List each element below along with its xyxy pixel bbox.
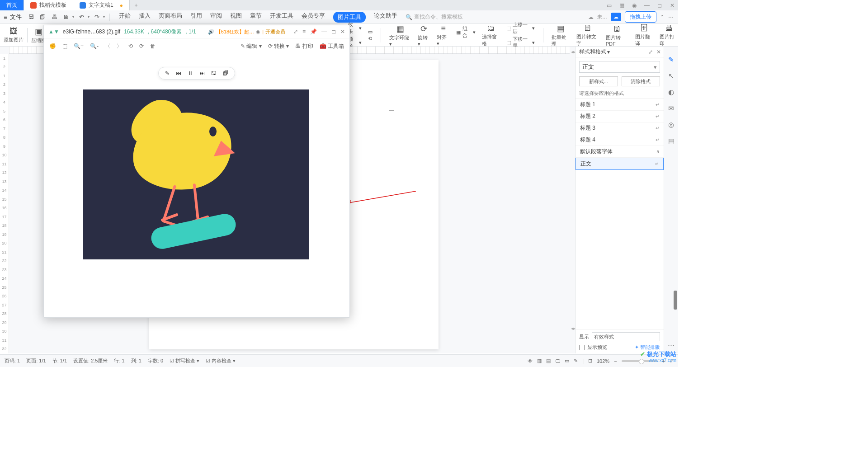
status-brush-icon[interactable]: ✎ — [574, 358, 578, 364]
iv-maximize-icon[interactable]: ◻ — [331, 28, 336, 35]
menu-start[interactable]: 开始 — [119, 12, 131, 23]
ribbon-align[interactable]: ≡对齐 ▾ — [437, 24, 450, 47]
save-icon[interactable]: 🖫 — [26, 13, 35, 22]
ribbon-pic-translate[interactable]: 🈂图片翻译 — [635, 24, 654, 47]
display-filter-select[interactable]: 有效样式 — [592, 332, 660, 341]
iv-edit2-icon[interactable]: ✎ — [165, 70, 170, 76]
side-book-icon[interactable]: ▤ — [668, 137, 675, 145]
style-item-body[interactable]: 正文↵ — [576, 158, 664, 170]
cloud-icon[interactable]: ☁ — [588, 14, 594, 20]
iv-fullscreen-icon[interactable]: ⤢ — [293, 28, 298, 35]
style-item-h1[interactable]: 标题 1↵ — [576, 99, 664, 111]
status-pos[interactable]: 设置值: 2.5厘米 — [73, 357, 108, 364]
maximize-icon[interactable]: ◻ — [656, 2, 664, 9]
iv-minimize-icon[interactable]: — — [321, 28, 327, 35]
panel-close-icon[interactable]: ✕ — [656, 49, 661, 55]
ribbon-pic-to-pdf[interactable]: 🖺图片转PDF — [606, 24, 629, 47]
ribbon-wrap[interactable]: ▦文字环绕 ▾ — [389, 24, 411, 47]
status-mode4-icon[interactable]: ▭ — [565, 358, 569, 364]
ribbon-batch[interactable]: ▤批量处理 — [552, 24, 570, 47]
side-target-icon[interactable]: ◎ — [668, 121, 674, 129]
status-mode1-icon[interactable]: ▥ — [537, 358, 542, 364]
style-item-default-font[interactable]: 默认段落字体a — [576, 146, 664, 158]
command-search[interactable]: 🔍 查找命令、搜索模板 — [406, 13, 463, 21]
menu-insert[interactable]: 插入 — [139, 12, 151, 23]
iv-zoom-in-icon[interactable]: 🔍+ — [74, 43, 84, 49]
side-shape-icon[interactable]: ◐ — [668, 88, 674, 96]
image-canvas[interactable] — [83, 89, 309, 259]
iv-print-tool[interactable]: 🖶 打印 — [295, 42, 313, 50]
side-chat-icon[interactable]: ✉ — [668, 104, 674, 113]
ribbon-pic-to-text[interactable]: 🖹图片转文字 — [576, 24, 599, 47]
iv-next-frame-icon[interactable]: ⏭ — [199, 70, 205, 76]
status-eye-icon[interactable]: 👁 — [528, 358, 533, 364]
ribbon-reset-icon[interactable]: ⟲ — [368, 36, 373, 42]
cloud-badge-icon[interactable]: ☁ — [611, 13, 621, 21]
grid-icon[interactable]: ▦ — [618, 2, 626, 9]
promo-text[interactable]: 【618狂欢】超… — [216, 28, 254, 35]
iv-zoom-out-icon[interactable]: 🔍- — [90, 43, 99, 49]
iv-menu-icon[interactable]: ≡ — [302, 28, 306, 35]
status-page-no[interactable]: 页码: 1 — [5, 357, 20, 364]
tab-home[interactable]: 首页 — [0, 0, 24, 10]
status-mode2-icon[interactable]: ▤ — [546, 358, 551, 364]
menu-member[interactable]: 会员专享 — [302, 12, 325, 23]
status-zoom-value[interactable]: 102% — [597, 358, 609, 364]
iv-rotate-right-icon[interactable]: ⟳ — [139, 43, 144, 49]
menu-devtools[interactable]: 开发工具 — [270, 12, 293, 23]
file-menu[interactable]: 文件 — [10, 13, 22, 21]
more-icon[interactable]: ⋯ — [668, 14, 674, 20]
iv-next-icon[interactable]: 〉 — [117, 42, 122, 50]
side-pen-icon[interactable]: ✎ — [668, 56, 674, 64]
iv-rotate-left-icon[interactable]: ⟲ — [128, 43, 133, 49]
image-viewer-titlebar[interactable]: ▲▼ e3iG-fzihne…683 (2).gif 164.33K , 640… — [44, 25, 349, 38]
style-item-h2[interactable]: 标题 2↵ — [576, 111, 664, 122]
side-cursor-icon[interactable]: ↖ — [668, 72, 674, 80]
new-style-button[interactable]: 新样式... — [579, 76, 618, 86]
minimize-icon[interactable]: — — [643, 2, 651, 9]
tab-document[interactable]: 文字文稿1 ● — [73, 0, 130, 10]
ribbon-crop-rect-icon[interactable]: ▭ — [368, 29, 373, 35]
status-zoom-fit-icon[interactable]: ⊡ — [588, 358, 592, 364]
side-more-icon[interactable]: ⋯ — [668, 341, 675, 349]
ribbon-pic-print[interactable]: 🖶图片打印 — [660, 24, 678, 47]
layout-icon[interactable]: ▭ — [605, 2, 613, 9]
promo-avatar-icon[interactable]: ◉ — [256, 29, 260, 35]
menu-thesis[interactable]: 论文助手 — [374, 12, 397, 23]
style-item-h4[interactable]: 标题 4↵ — [576, 134, 664, 146]
smart-layout-link[interactable]: ✦智能排版 — [635, 344, 660, 351]
panel-pin-icon[interactable]: ⤢ — [648, 49, 653, 55]
menu-chapter[interactable]: 章节 — [250, 12, 262, 23]
menu-reference[interactable]: 引用 — [190, 12, 202, 23]
collapse-ribbon-icon[interactable]: ⌃ — [660, 14, 665, 20]
clear-format-button[interactable]: 清除格式 — [622, 76, 660, 86]
iv-fit-icon[interactable]: ⬚ — [62, 43, 67, 49]
iv-close-icon[interactable]: ✕ — [340, 28, 345, 35]
iv-edit-tool[interactable]: ✎ 编辑 ▾ — [241, 42, 262, 50]
panel-collapse-bottom-icon[interactable]: ◂▸ — [571, 326, 575, 331]
status-zoom-out-icon[interactable]: − — [614, 358, 617, 364]
upload-button[interactable]: 拖拽上传 — [625, 11, 656, 23]
iv-pause-icon[interactable]: ⏸ — [188, 70, 193, 76]
status-words[interactable]: 字数: 0 — [148, 357, 163, 364]
menu-view[interactable]: 视图 — [230, 12, 242, 23]
print-preview-icon[interactable]: 🗎 — [61, 13, 71, 22]
ribbon-selection-pane[interactable]: 🗂选择窗格 — [482, 24, 500, 47]
member-link[interactable]: 开通会员 — [265, 28, 285, 35]
ribbon-effect[interactable]: 效果 ▾ — [348, 21, 362, 35]
ribbon-bring-forward[interactable]: ⬚ 上移一层 ▾ — [506, 21, 535, 35]
hamburger-icon[interactable]: ≡ — [4, 14, 7, 21]
iv-pin-icon[interactable]: 📌 — [310, 28, 317, 35]
ribbon-rotate[interactable]: ⟳旋转 ▾ — [418, 24, 431, 47]
menu-picture-tools[interactable]: 图片工具 — [333, 12, 366, 23]
user-avatar-icon[interactable]: ◉ — [630, 2, 638, 9]
ribbon-combine[interactable]: ▦ 组合 ▾ — [456, 25, 476, 39]
current-style-select[interactable]: 正文 — [579, 61, 660, 73]
preview-checkbox[interactable] — [579, 345, 585, 350]
save-as-icon[interactable]: 🗐 — [38, 13, 47, 22]
status-spellcheck[interactable]: ☑ 拼写检查 ▾ — [170, 357, 199, 364]
status-section[interactable]: 节: 1/1 — [52, 357, 67, 364]
iv-export-icon[interactable]: 🗐 — [223, 70, 228, 76]
status-contentcheck[interactable]: ☑ 内容检查 ▾ — [206, 357, 236, 364]
iv-save-icon[interactable]: 🖫 — [211, 70, 217, 76]
